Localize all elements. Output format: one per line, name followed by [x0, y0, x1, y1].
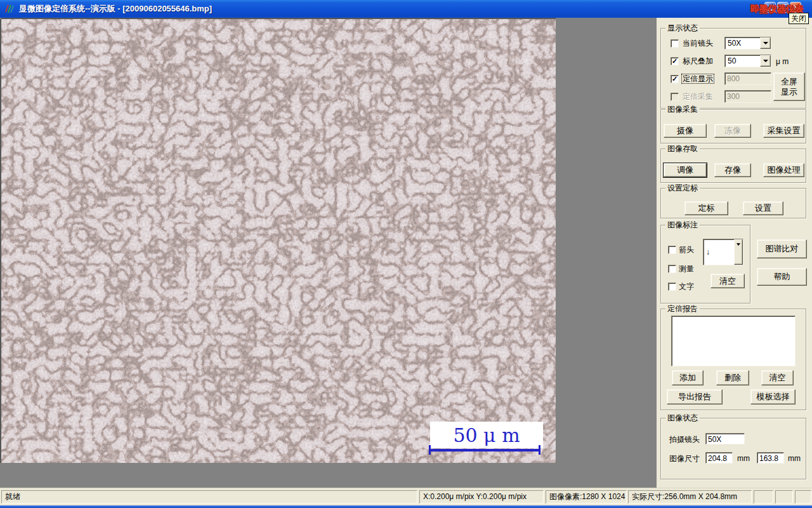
arrow-style-combobox[interactable]: ↓: [703, 239, 743, 265]
status-empty-panel: [795, 490, 811, 504]
scale-bar: 50 μ m: [430, 422, 543, 448]
label-shooting-lens: 拍摄镜头: [669, 435, 700, 444]
group-image-status: 图像状态 拍摄镜头 50X 图像尺寸 204.8 mm 163.8 mm: [660, 418, 806, 479]
capture-settings-button[interactable]: 采集设置: [763, 124, 804, 138]
checkbox-scale-overlay[interactable]: ✓: [671, 57, 679, 65]
status-empty-panel: [775, 490, 793, 504]
help-button[interactable]: 帮助: [757, 268, 807, 286]
save-image-button[interactable]: 存像: [714, 163, 751, 177]
report-delete-button[interactable]: 删除: [716, 370, 749, 385]
image-process-button[interactable]: 图像处理: [763, 163, 804, 177]
fullscreen-button[interactable]: 全屏 显示: [773, 72, 805, 101]
app-icon: [3, 3, 16, 15]
check-icon: ✓: [672, 75, 678, 83]
group-calibration: 设置定标 定标 设置: [660, 188, 806, 218]
close-button[interactable]: ✕: [790, 2, 801, 13]
checkbox-fixed-display[interactable]: ✓: [671, 75, 679, 83]
checkbox-measure[interactable]: [668, 265, 676, 273]
label-image-size: 图像尺寸: [669, 454, 700, 463]
label-scale-overlay: 标尺叠加: [683, 57, 713, 65]
close-icon: ✕: [792, 4, 798, 11]
lens-combobox[interactable]: 50X: [724, 37, 771, 50]
micrograph-image[interactable]: 50 μ m: [1, 19, 556, 463]
image-height-field[interactable]: 163.8: [757, 452, 784, 464]
app-window: 显微图像定倍系统--演示版 - [20090602055646.bmp] 即墨仪…: [0, 0, 812, 508]
fixed-capture-field: 300: [724, 90, 771, 103]
label-current-lens: 当前镜头: [683, 39, 713, 48]
group-image-status-title: 图像状态: [665, 413, 700, 423]
report-add-button[interactable]: 添加: [672, 370, 704, 385]
checkbox-text[interactable]: [668, 283, 676, 291]
label-fixed-display: 定倍显示: [682, 74, 714, 83]
group-storage-title: 图像存取: [665, 144, 700, 154]
calibration-setup-button[interactable]: 设置: [743, 201, 783, 215]
export-report-button[interactable]: 导出报告: [667, 389, 723, 404]
label-arrow: 箭头: [679, 245, 694, 254]
window-controls: ✕: [764, 2, 801, 13]
restore-icon: [780, 6, 785, 10]
scale-bar-line: [429, 445, 540, 455]
minimize-icon: [768, 10, 773, 11]
title-bar: 显微图像定倍系统--演示版 - [20090602055646.bmp] 即墨仪…: [0, 0, 812, 18]
fixed-display-field: 800: [724, 72, 771, 85]
status-bar: 就绪 X:0.200μ m/pix Y:0.200μ m/pix 图像像素:12…: [0, 488, 812, 505]
window-bottom-border: [0, 505, 812, 508]
group-display-status: 显示状态 当前镜头 50X ✓ 标尺叠加 50 μ m ✓ 定倍显示 800 定: [660, 28, 806, 109]
group-display-status-title: 显示状态: [665, 23, 700, 33]
atlas-compare-button[interactable]: 图谱比对: [757, 239, 807, 258]
status-actual-size: 实际尺寸:256.0mm X 204.8mm: [628, 490, 752, 504]
status-empty-panel: [754, 490, 773, 504]
group-capture-title: 图像采集: [665, 105, 700, 114]
arrow-style-dropdown-button[interactable]: [734, 239, 743, 265]
calibrate-button[interactable]: 定标: [684, 201, 728, 215]
checkbox-fixed-capture: [671, 93, 679, 101]
label-fixed-capture: 定倍采集: [683, 92, 713, 101]
scale-combobox-value: 50: [725, 55, 760, 67]
status-ready: 就绪: [1, 490, 417, 504]
label-height-unit: mm: [788, 454, 801, 463]
lens-combobox-value: 50X: [725, 37, 760, 49]
control-panel: 显示状态 当前镜头 50X ✓ 标尺叠加 50 μ m ✓ 定倍显示 800 定: [657, 18, 812, 488]
shoot-button[interactable]: 摄像: [664, 124, 707, 138]
status-pixel-scale: X:0.200μ m/pix Y:0.200μ m/pix: [419, 490, 544, 504]
scale-combobox-dropdown-button[interactable]: [760, 55, 771, 67]
close-tooltip: 关闭: [789, 13, 809, 24]
group-calibration-title: 设置定标: [665, 184, 700, 193]
status-image-pixels: 图像像素:1280 X 1024: [546, 490, 627, 504]
label-scale-unit: μ m: [776, 57, 789, 66]
annotation-clear-button[interactable]: 清空: [710, 274, 745, 288]
window-title: 显微图像定倍系统--演示版 - [20090602055646.bmp]: [19, 3, 212, 15]
check-icon: ✓: [672, 57, 678, 65]
report-clear-button[interactable]: 清空: [761, 370, 794, 385]
chevron-down-icon: [763, 60, 768, 65]
checkbox-current-lens[interactable]: [671, 39, 679, 48]
load-image-button[interactable]: 调像: [664, 163, 707, 177]
chevron-down-icon: [737, 243, 740, 248]
lens-combobox-dropdown-button[interactable]: [760, 37, 771, 49]
restore-button[interactable]: [777, 2, 789, 13]
label-text: 文字: [679, 282, 694, 291]
group-report: 定倍报告 添加 删除 清空 导出报告 模板选择: [660, 309, 806, 410]
report-listbox[interactable]: [671, 316, 796, 366]
label-measure: 测量: [679, 264, 694, 273]
group-annotation-title: 图像标注: [665, 220, 700, 230]
chevron-down-icon: [763, 42, 768, 47]
minimize-button[interactable]: [764, 2, 776, 13]
scale-bar-label: 50 μ m: [453, 424, 520, 446]
annotation-arrow-icon: ↓: [704, 239, 734, 265]
group-capture: 图像采集 摄像 冻像 采集设置: [660, 109, 806, 144]
scale-combobox[interactable]: 50: [724, 55, 771, 67]
client-area: 50 μ m 显示状态 当前镜头 50X ✓ 标尺叠加: [0, 18, 812, 488]
template-select-button[interactable]: 模板选择: [750, 389, 796, 404]
label-width-unit: mm: [737, 454, 750, 463]
checkbox-arrow[interactable]: [668, 246, 676, 254]
group-report-title: 定倍报告: [665, 304, 700, 314]
group-annotation: 图像标注 箭头 测量 文字 ↓ 清空: [660, 225, 750, 304]
image-width-field[interactable]: 204.8: [705, 452, 733, 464]
freeze-button: 冻像: [714, 124, 751, 138]
shooting-lens-field[interactable]: 50X: [705, 433, 745, 444]
group-storage: 图像存取 调像 存像 图像处理: [660, 149, 806, 183]
image-canvas-background: 50 μ m: [0, 18, 657, 488]
